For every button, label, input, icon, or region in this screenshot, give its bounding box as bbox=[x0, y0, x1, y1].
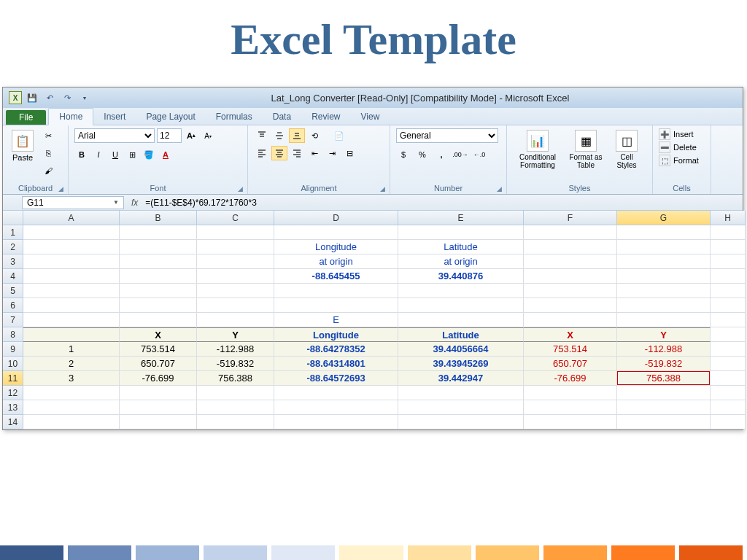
row-header-14[interactable]: 14 bbox=[3, 415, 23, 429]
cell-B3[interactable] bbox=[120, 254, 197, 269]
cell-F12[interactable] bbox=[524, 386, 617, 400]
alignment-launcher[interactable]: ◢ bbox=[380, 185, 385, 192]
cell-D1[interactable] bbox=[274, 225, 398, 240]
cell-H8[interactable] bbox=[711, 327, 746, 342]
row-header-2[interactable]: 2 bbox=[3, 240, 23, 254]
cell-H12[interactable] bbox=[711, 386, 746, 400]
cell-G14[interactable] bbox=[617, 415, 711, 429]
cell-G10[interactable]: -519.832 bbox=[617, 357, 711, 371]
fx-icon[interactable]: fx bbox=[131, 198, 138, 208]
cell-A11[interactable]: 3 bbox=[23, 371, 120, 386]
cell-H2[interactable] bbox=[711, 240, 746, 254]
italic-button[interactable]: I bbox=[91, 147, 106, 162]
cell-E5[interactable] bbox=[398, 284, 524, 298]
tab-page-layout[interactable]: Page Layout bbox=[136, 109, 205, 125]
tab-home[interactable]: Home bbox=[48, 108, 93, 125]
conditional-formatting-button[interactable]: 📊Conditional Formatting bbox=[513, 128, 562, 171]
col-header-A[interactable]: A bbox=[23, 211, 120, 225]
cell-E11[interactable]: 39.442947 bbox=[398, 371, 524, 386]
cell-G12[interactable] bbox=[617, 386, 711, 400]
cell-B11[interactable]: -76.699 bbox=[120, 371, 197, 386]
cell-E7[interactable] bbox=[398, 313, 524, 327]
cell-A1[interactable] bbox=[23, 225, 120, 240]
font-name-select[interactable]: Arial bbox=[74, 128, 155, 143]
cell-D14[interactable] bbox=[274, 415, 398, 429]
cell-F10[interactable]: 650.707 bbox=[524, 357, 617, 371]
cell-A14[interactable] bbox=[23, 415, 120, 429]
cell-H5[interactable] bbox=[711, 284, 746, 298]
cell-G2[interactable] bbox=[617, 240, 711, 254]
cell-E10[interactable]: 39.43945269 bbox=[398, 357, 524, 371]
cell-A2[interactable] bbox=[23, 240, 120, 254]
cell-F4[interactable] bbox=[524, 269, 617, 284]
cell-E4[interactable]: 39.440876 bbox=[398, 269, 524, 284]
format-cells-button[interactable]: ⬚Format bbox=[659, 155, 699, 166]
number-launcher[interactable]: ◢ bbox=[497, 185, 502, 192]
cell-A10[interactable]: 2 bbox=[23, 357, 120, 371]
cell-C9[interactable]: -112.988 bbox=[197, 342, 274, 357]
redo-button[interactable]: ↷ bbox=[60, 90, 74, 105]
cell-D9[interactable]: -88.64278352 bbox=[274, 342, 398, 357]
align-center-button[interactable] bbox=[271, 146, 287, 160]
cell-F2[interactable] bbox=[524, 240, 617, 254]
orientation-button[interactable]: ⟲ bbox=[306, 128, 322, 143]
copy-button[interactable]: ⎘ bbox=[41, 146, 55, 160]
name-box[interactable]: G11▼ bbox=[22, 196, 124, 209]
cell-B1[interactable] bbox=[120, 225, 197, 240]
cell-C11[interactable]: 756.388 bbox=[197, 371, 274, 386]
cell-styles-button[interactable]: ◫Cell Styles bbox=[609, 128, 644, 171]
decrease-decimal-button[interactable]: ←.0 bbox=[472, 147, 487, 162]
cell-G6[interactable] bbox=[617, 298, 711, 313]
cell-D10[interactable]: -88.64314801 bbox=[274, 357, 398, 371]
undo-button[interactable]: ↶ bbox=[42, 90, 57, 105]
cell-D7[interactable]: E bbox=[274, 313, 398, 327]
cell-C8[interactable]: Y bbox=[197, 327, 274, 342]
row-header-9[interactable]: 9 bbox=[3, 342, 23, 357]
decrease-indent-button[interactable]: ⇤ bbox=[306, 146, 322, 160]
cell-G13[interactable] bbox=[617, 400, 711, 415]
grow-font-button[interactable]: A▴ bbox=[184, 128, 198, 143]
formula-input[interactable] bbox=[142, 196, 743, 209]
row-header-10[interactable]: 10 bbox=[3, 357, 23, 371]
cell-E2[interactable]: Latitude bbox=[398, 240, 524, 254]
cell-E3[interactable]: at origin bbox=[398, 254, 524, 269]
cell-F5[interactable] bbox=[524, 284, 617, 298]
tab-insert[interactable]: Insert bbox=[93, 109, 136, 125]
cell-B5[interactable] bbox=[120, 284, 197, 298]
col-header-D[interactable]: D bbox=[274, 211, 398, 225]
cell-G7[interactable] bbox=[617, 313, 711, 327]
comma-format-button[interactable]: , bbox=[434, 147, 449, 162]
cell-F6[interactable] bbox=[524, 298, 617, 313]
cell-F14[interactable] bbox=[524, 415, 617, 429]
cell-D11[interactable]: -88.64572693 bbox=[274, 371, 398, 386]
cut-button[interactable]: ✂ bbox=[41, 128, 55, 143]
cell-B14[interactable] bbox=[120, 415, 197, 429]
row-header-1[interactable]: 1 bbox=[3, 225, 23, 240]
shrink-font-button[interactable]: A▾ bbox=[201, 128, 215, 143]
cell-D12[interactable] bbox=[274, 386, 398, 400]
tab-formulas[interactable]: Formulas bbox=[206, 109, 263, 125]
font-launcher[interactable]: ◢ bbox=[238, 185, 243, 192]
tab-review[interactable]: Review bbox=[301, 109, 350, 125]
bold-button[interactable]: B bbox=[74, 147, 89, 162]
clipboard-launcher[interactable]: ◢ bbox=[58, 185, 63, 192]
row-header-7[interactable]: 7 bbox=[3, 313, 23, 327]
cell-C7[interactable] bbox=[197, 313, 274, 327]
cell-H4[interactable] bbox=[711, 269, 746, 284]
cell-A8[interactable] bbox=[23, 327, 120, 342]
tab-data[interactable]: Data bbox=[263, 109, 301, 125]
cell-D6[interactable] bbox=[274, 298, 398, 313]
cell-B9[interactable]: 753.514 bbox=[120, 342, 197, 357]
cell-B6[interactable] bbox=[120, 298, 197, 313]
row-header-12[interactable]: 12 bbox=[3, 386, 23, 400]
wrap-text-button[interactable]: 📄 bbox=[331, 128, 347, 143]
select-all[interactable] bbox=[3, 211, 23, 225]
cell-C6[interactable] bbox=[197, 298, 274, 313]
increase-indent-button[interactable]: ⇥ bbox=[324, 146, 340, 160]
cell-A6[interactable] bbox=[23, 298, 120, 313]
cell-C1[interactable] bbox=[197, 225, 274, 240]
font-size-input[interactable] bbox=[157, 128, 182, 143]
col-header-F[interactable]: F bbox=[524, 211, 617, 225]
cell-F11[interactable]: -76.699 bbox=[524, 371, 617, 386]
row-header-6[interactable]: 6 bbox=[3, 298, 23, 313]
